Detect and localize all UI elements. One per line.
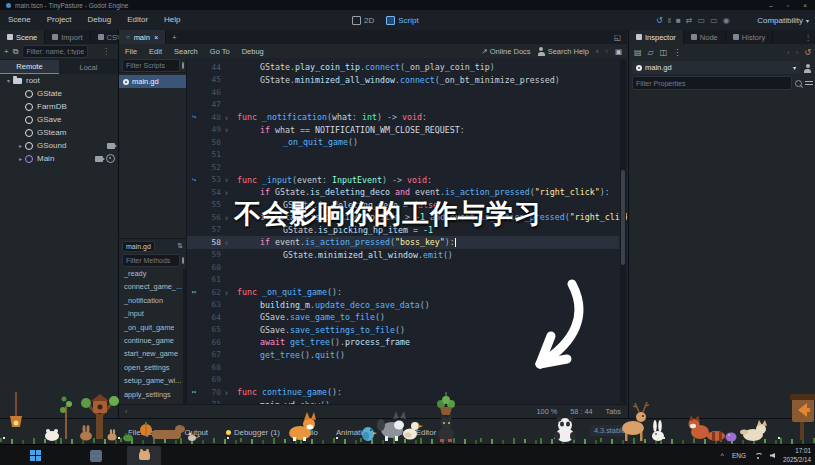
- renderer-dropdown[interactable]: Compatibility ▾: [757, 10, 809, 30]
- restart-button[interactable]: ↺: [656, 16, 663, 25]
- extend-script-icon[interactable]: [804, 69, 811, 73]
- method-list-item[interactable]: _on_quit_game: [119, 321, 186, 334]
- tree-node-gsound[interactable]: ▸GSound: [0, 139, 118, 152]
- code-line[interactable]: 59GState.minimized_all_window.emit(): [187, 249, 619, 262]
- bottom-button-audio[interactable]: Audio: [290, 428, 326, 437]
- tree-node-gsave[interactable]: GSave: [0, 113, 118, 126]
- script-menu-edit[interactable]: Edit: [143, 47, 168, 56]
- tree-node-gsteam[interactable]: GSteam: [0, 126, 118, 139]
- code-line[interactable]: ↪53∨func _input(event: InputEvent) -> vo…: [187, 174, 619, 187]
- method-list-item[interactable]: _input: [119, 307, 186, 320]
- fold-icon[interactable]: ∨: [221, 239, 232, 246]
- code-line[interactable]: 58∨if event.is_action_pressed("boss_key"…: [187, 236, 619, 249]
- load-resource-icon[interactable]: ▱: [648, 48, 654, 57]
- workspace-tab-script[interactable]: Script: [386, 16, 418, 25]
- bottom-button-shader-editor[interactable]: Shader Editor: [381, 428, 445, 437]
- bottom-button-animation[interactable]: Animation: [328, 428, 379, 437]
- code-line[interactable]: ↦70∨func continue_game():: [187, 386, 619, 399]
- maximize-button[interactable]: ▫: [787, 2, 789, 9]
- h-scroll-left-icon[interactable]: ‹: [125, 407, 127, 416]
- workspace-tab-2d[interactable]: 2D: [352, 16, 374, 25]
- history-forward-icon[interactable]: ›: [605, 47, 608, 56]
- script-tab-main[interactable]: ○ main ×: [119, 30, 166, 44]
- connected-signal-icon[interactable]: ↦: [187, 388, 201, 396]
- history-back-icon[interactable]: ‹: [596, 47, 599, 56]
- expander-icon[interactable]: ▸: [16, 142, 25, 149]
- inspector-history-icon[interactable]: ↺: [804, 48, 811, 57]
- code-scrollbar[interactable]: [620, 60, 626, 403]
- tree-node-gstate[interactable]: GState: [0, 87, 118, 100]
- fold-icon[interactable]: ∨: [221, 126, 232, 133]
- stop-button[interactable]: ■: [676, 16, 681, 25]
- method-list-item[interactable]: _ready: [119, 267, 186, 280]
- tray-expand-icon[interactable]: ^: [721, 452, 724, 459]
- fold-icon[interactable]: ∨: [221, 114, 232, 121]
- fold-icon[interactable]: ∨: [221, 176, 232, 183]
- filter-scripts-input[interactable]: [122, 59, 180, 72]
- code-line[interactable]: 49∨if what == NOTIFICATION_WM_CLOSE_REQU…: [187, 124, 619, 137]
- scene-filter-input[interactable]: [22, 45, 88, 58]
- start-button[interactable]: [28, 448, 43, 463]
- override-method-icon[interactable]: ↪: [187, 176, 201, 184]
- code-line[interactable]: 45GState.minimized_all_window.connect(_o…: [187, 74, 619, 87]
- inspector-back-icon[interactable]: ‹: [787, 48, 790, 57]
- volume-icon[interactable]: [770, 453, 775, 458]
- save-resource-icon[interactable]: ◫: [660, 48, 668, 57]
- menu-editor[interactable]: Editor: [119, 10, 156, 30]
- bottom-button-output[interactable]: Output: [177, 428, 216, 437]
- method-list-item[interactable]: _notification: [119, 294, 186, 307]
- method-list-item[interactable]: connect_game_...: [119, 280, 186, 293]
- fold-icon[interactable]: ∨: [221, 214, 232, 221]
- property-filter-options-icon[interactable]: [805, 79, 813, 87]
- code-line[interactable]: 60: [187, 261, 619, 274]
- menu-scene[interactable]: Scene: [0, 10, 39, 30]
- search-help-button[interactable]: Search Help: [538, 47, 589, 56]
- movie-mode-button[interactable]: ◉: [723, 16, 730, 25]
- dock-tab-scene[interactable]: Scene: [0, 30, 45, 44]
- override-method-icon[interactable]: ↪: [187, 113, 201, 121]
- video-icon[interactable]: [95, 156, 103, 162]
- expander-icon[interactable]: ▾: [4, 77, 13, 84]
- code-line[interactable]: 50_on_quit_game(): [187, 136, 619, 149]
- script-menu-file[interactable]: File: [119, 47, 143, 56]
- code-line[interactable]: 52: [187, 161, 619, 174]
- bottom-button-filesystem[interactable]: FileSystem: [120, 428, 175, 437]
- code-line[interactable]: 47: [187, 99, 619, 112]
- new-script-tab-button[interactable]: +: [166, 30, 182, 44]
- instance-scene-button[interactable]: ⧉: [13, 47, 19, 57]
- editor-zoom[interactable]: 100 %: [537, 407, 558, 416]
- filter-methods-input[interactable]: [122, 254, 180, 267]
- distraction-free-icon[interactable]: ◱: [608, 30, 627, 44]
- code-line[interactable]: ↪48∨func _notification(what: int) -> voi…: [187, 111, 619, 124]
- new-resource-icon[interactable]: ▤: [634, 48, 642, 57]
- method-list-item[interactable]: start_new_game: [119, 347, 186, 360]
- menu-project[interactable]: Project: [39, 10, 80, 30]
- script-menu-debug[interactable]: Debug: [236, 47, 270, 56]
- dock-tab-import[interactable]: Import: [45, 30, 90, 44]
- methods-scrollbar[interactable]: [183, 269, 186, 405]
- script-menu-go-to[interactable]: Go To: [204, 47, 236, 56]
- tree-node-root[interactable]: ▾root: [0, 74, 118, 87]
- code-line[interactable]: 44GState.play_coin_tip.connect(_on_play_…: [187, 61, 619, 74]
- code-line[interactable]: 46: [187, 86, 619, 99]
- tree-node-main[interactable]: ▸Main: [0, 152, 118, 165]
- play-custom-scene-button[interactable]: ▭: [710, 16, 718, 25]
- view-tab-local[interactable]: Local: [59, 60, 118, 74]
- close-button[interactable]: ×: [803, 2, 807, 9]
- view-tab-remote[interactable]: Remote: [0, 60, 59, 74]
- taskbar-app-icon[interactable]: [88, 448, 103, 463]
- remote-debug-icon[interactable]: ⇄: [686, 16, 693, 25]
- minimize-button[interactable]: –: [769, 2, 773, 9]
- language-indicator[interactable]: ENG: [732, 452, 746, 459]
- video-icon[interactable]: [107, 143, 115, 149]
- code-line[interactable]: 51: [187, 149, 619, 162]
- scene-menu-dots[interactable]: ⋮: [98, 47, 114, 56]
- taskbar-tinypasture-icon[interactable]: [127, 446, 161, 465]
- pause-button[interactable]: ‖: [668, 16, 671, 25]
- dock-menu-dots[interactable]: ⋮: [801, 30, 815, 44]
- script-list-item[interactable]: main.gd: [119, 75, 186, 88]
- wifi-icon[interactable]: [754, 452, 762, 460]
- menu-debug[interactable]: Debug: [80, 10, 120, 30]
- dock-tab-node[interactable]: Node: [684, 30, 726, 44]
- method-list-item[interactable]: continue_game: [119, 334, 186, 347]
